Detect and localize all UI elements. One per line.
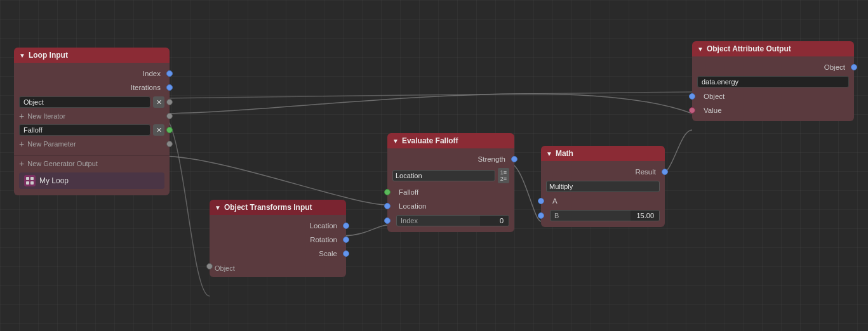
index-label: Index xyxy=(19,70,164,77)
new-iterator-socket[interactable] xyxy=(166,113,173,119)
object-iterator-input[interactable] xyxy=(19,96,150,108)
ef-index-value[interactable]: 0 xyxy=(480,216,509,226)
object-iterator-row: ✕ xyxy=(14,94,170,110)
evaluate-falloff-node: ▼ Evaluate Falloff Strength Location 1≡2… xyxy=(387,133,514,232)
math-a-row: A xyxy=(541,194,665,208)
ot-location-socket[interactable] xyxy=(343,223,349,229)
svg-rect-1 xyxy=(30,177,34,180)
ef-strength-label: Strength xyxy=(392,155,509,163)
ot-rotation-label: Rotation xyxy=(215,236,341,243)
math-operation-select[interactable]: Multiply Add Subtract Divide xyxy=(546,181,660,192)
ef-location-input-socket[interactable] xyxy=(384,203,391,209)
iterations-socket[interactable] xyxy=(166,84,173,91)
ot-scale-row: Scale xyxy=(210,247,346,261)
ef-location-select-wrapper: Location xyxy=(392,170,495,181)
math-arrow: ▼ xyxy=(546,150,552,157)
object-transforms-body: Location Rotation Scale Object xyxy=(210,215,346,277)
math-result-label: Result xyxy=(546,168,660,176)
new-parameter-label: New Parameter xyxy=(27,140,76,148)
math-b-row: B 15.00 xyxy=(541,208,665,223)
ef-falloff-label: Falloff xyxy=(392,188,509,196)
math-a-label: A xyxy=(546,197,660,205)
ef-location-input-row: Location xyxy=(387,199,514,213)
math-operation-row: Multiply Add Subtract Divide xyxy=(541,179,665,194)
oao-object-input-row: Object xyxy=(692,89,854,103)
ef-location-select-row: Location 1≡2≡ xyxy=(387,166,514,185)
ef-location-select[interactable]: Location xyxy=(392,170,495,181)
evaluate-falloff-arrow: ▼ xyxy=(392,138,399,145)
falloff-param-input[interactable] xyxy=(19,124,150,136)
new-generator-output-row[interactable]: + New Generator Output xyxy=(14,157,170,170)
ef-falloff-socket[interactable] xyxy=(384,189,391,195)
math-header[interactable]: ▼ Math xyxy=(541,146,665,161)
index-socket[interactable] xyxy=(166,70,173,77)
loop-input-title: Loop Input xyxy=(29,51,68,60)
new-param-plus: + xyxy=(19,140,24,148)
object-iterator-close[interactable]: ✕ xyxy=(153,96,164,108)
ot-rotation-row: Rotation xyxy=(210,233,346,247)
math-b-label: B xyxy=(551,211,631,221)
oao-object-input-socket[interactable] xyxy=(689,93,695,100)
object-transforms-header[interactable]: ▼ Object Transforms Input xyxy=(210,200,346,215)
math-body: Result Multiply Add Subtract Divide A B xyxy=(541,161,665,227)
my-loop-label: My Loop xyxy=(39,176,69,185)
ef-index-socket[interactable] xyxy=(384,217,391,224)
object-transforms-node: ▼ Object Transforms Input Location Rotat… xyxy=(210,200,346,277)
ot-object-input-socket[interactable] xyxy=(206,263,213,269)
evaluate-falloff-header[interactable]: ▼ Evaluate Falloff xyxy=(387,133,514,148)
oao-value-input-row: Value xyxy=(692,103,854,117)
ot-location-label: Location xyxy=(215,222,341,230)
math-result-socket[interactable] xyxy=(662,169,668,175)
math-b-field: B 15.00 xyxy=(550,210,660,221)
oao-value-label: Value xyxy=(697,107,849,114)
new-param-socket[interactable] xyxy=(166,141,173,147)
math-a-socket[interactable] xyxy=(538,198,544,204)
index-row: Index xyxy=(14,67,170,81)
ot-object-label: Object xyxy=(215,264,235,272)
ot-location-row: Location xyxy=(210,219,346,233)
loop-input-divider xyxy=(14,155,170,156)
object-transforms-title: Object Transforms Input xyxy=(224,203,312,212)
my-loop-badge[interactable]: My Loop xyxy=(19,172,164,189)
new-parameter-row[interactable]: + New Parameter xyxy=(14,138,170,150)
oao-object-output-label: Object xyxy=(697,63,849,71)
new-iterator-plus: + xyxy=(19,112,24,120)
falloff-param-socket[interactable] xyxy=(166,127,173,133)
ot-scale-socket[interactable] xyxy=(343,250,349,257)
loop-input-header[interactable]: ▼ Loop Input xyxy=(14,48,170,63)
ef-strength-socket[interactable] xyxy=(511,156,517,162)
ef-index-field: Index 0 xyxy=(396,215,509,226)
oao-arrow: ▼ xyxy=(697,46,704,53)
ef-falloff-row: Falloff xyxy=(387,185,514,199)
oao-title: Object Attribute Output xyxy=(707,44,791,53)
oao-header[interactable]: ▼ Object Attribute Output xyxy=(692,41,854,56)
falloff-param-row: ✕ xyxy=(14,122,170,138)
falloff-param-close[interactable]: ✕ xyxy=(153,124,164,136)
object-attribute-output-node: ▼ Object Attribute Output Object Object … xyxy=(692,41,854,121)
oao-object-output-row: Object xyxy=(692,60,854,74)
evaluate-falloff-title: Evaluate Falloff xyxy=(402,136,458,145)
new-iterator-row[interactable]: + New Iterator xyxy=(14,110,170,122)
new-generator-output-label: New Generator Output xyxy=(27,160,98,167)
oao-object-input-label: Object xyxy=(697,93,849,100)
svg-rect-0 xyxy=(26,177,29,180)
ef-list-icon[interactable]: 1≡2≡ xyxy=(498,168,509,183)
loop-input-node: ▼ Loop Input Index Iterations ✕ + New It… xyxy=(14,48,170,195)
math-b-value[interactable]: 15.00 xyxy=(631,211,659,221)
ot-rotation-socket[interactable] xyxy=(343,237,349,243)
loop-input-body: Index Iterations ✕ + New Iterator ✕ + xyxy=(14,63,170,195)
loop-input-arrow: ▼ xyxy=(19,52,25,59)
ot-scale-label: Scale xyxy=(215,250,341,257)
math-b-socket[interactable] xyxy=(538,212,544,219)
loop-badge-icon xyxy=(24,175,36,186)
ef-location-input-label: Location xyxy=(392,202,509,210)
oao-value-socket[interactable] xyxy=(689,107,695,114)
object-iterator-socket[interactable] xyxy=(166,99,173,105)
math-operation-wrapper: Multiply Add Subtract Divide xyxy=(546,181,660,192)
ef-strength-row: Strength xyxy=(387,152,514,166)
svg-rect-3 xyxy=(30,181,34,185)
math-title: Math xyxy=(556,149,573,158)
oao-field-input[interactable] xyxy=(697,76,849,88)
oao-object-output-socket[interactable] xyxy=(851,64,857,70)
object-transforms-arrow: ▼ xyxy=(215,204,221,211)
